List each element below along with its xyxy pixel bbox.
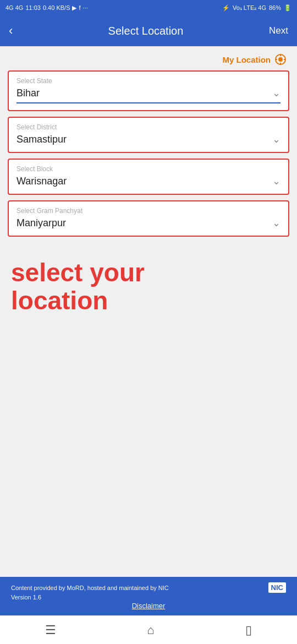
toolbar: ‹ Select Location Next xyxy=(0,15,297,46)
block-dropdown[interactable]: Select Block Warisnagar ⌄ xyxy=(8,159,289,195)
state-value: Bihar xyxy=(16,88,40,99)
disclaimer-link[interactable]: Disclaimer xyxy=(8,602,289,613)
gram-label: Select Gram Panchyat xyxy=(16,207,280,215)
speed: 0.40 KB/S xyxy=(43,4,70,11)
back-button[interactable]: ‹ xyxy=(9,24,31,38)
block-value-row: Warisnagar ⌄ xyxy=(16,175,280,187)
next-button[interactable]: Next xyxy=(261,25,288,36)
bottom-nav: ☰ ⌂ ▯ xyxy=(0,615,297,644)
gram-value: Maniyarpur xyxy=(16,217,66,229)
network-indicator: 4G 4G xyxy=(6,4,23,11)
footer-row: Content provided by MoRD, hosted and mai… xyxy=(8,582,289,593)
district-value: Samastipur xyxy=(16,134,67,145)
footer-info: Content provided by MoRD, hosted and mai… xyxy=(0,577,297,615)
instruction-line2: location xyxy=(11,287,286,315)
footer-version-row: Version 1.6 xyxy=(8,593,289,601)
carrier: Vo₁ LTE₂ 4G xyxy=(233,4,266,12)
district-value-row: Samastipur ⌄ xyxy=(16,133,280,145)
footer-content: Content provided by MoRD, hosted and mai… xyxy=(11,585,169,591)
page-title: Select Location xyxy=(31,25,261,37)
district-dropdown[interactable]: Select District Samastipur ⌄ xyxy=(8,117,289,153)
svg-point-1 xyxy=(278,57,283,62)
main-content: My Location Select State Bihar ⌄ Select … xyxy=(0,46,297,577)
location-icon xyxy=(274,53,287,66)
state-label: Select State xyxy=(16,77,280,85)
my-location-row: My Location xyxy=(0,46,297,70)
block-value: Warisnagar xyxy=(16,176,67,187)
district-chevron-icon: ⌄ xyxy=(272,133,280,145)
status-left: 4G 4G 11:03 0.40 KB/S ▶ f ··· xyxy=(6,4,88,12)
gram-value-row: Maniyarpur ⌄ xyxy=(16,217,280,229)
footer-info-text: Content provided by MoRD, hosted and mai… xyxy=(11,585,169,591)
gram-chevron-icon: ⌄ xyxy=(272,217,280,229)
media-icon: ▶ xyxy=(72,4,76,12)
district-label: Select District xyxy=(16,123,280,131)
block-label: Select Block xyxy=(16,165,280,173)
state-value-row: Bihar ⌄ xyxy=(16,87,280,99)
home-icon[interactable]: ⌂ xyxy=(136,619,165,642)
block-chevron-icon: ⌄ xyxy=(272,175,280,187)
more-icon: ··· xyxy=(83,4,88,11)
battery-icon: 🔋 xyxy=(284,4,292,12)
instruction-text: select your location xyxy=(0,242,297,320)
state-underline xyxy=(16,102,280,103)
my-location-button[interactable]: My Location xyxy=(222,53,287,66)
instruction-line1: select your xyxy=(11,259,286,287)
dropdowns-container: Select State Bihar ⌄ Select District Sam… xyxy=(0,70,297,242)
battery-level: 86% xyxy=(269,4,281,11)
state-dropdown[interactable]: Select State Bihar ⌄ xyxy=(8,70,289,111)
my-location-label: My Location xyxy=(222,55,271,64)
version-text: Version 1.6 xyxy=(11,594,41,601)
status-bar: 4G 4G 11:03 0.40 KB/S ▶ f ··· ⚡ Vo₁ LTE₂… xyxy=(0,0,297,15)
state-chevron-icon: ⌄ xyxy=(272,87,280,99)
menu-icon[interactable]: ☰ xyxy=(34,619,67,642)
status-right: ⚡ Vo₁ LTE₂ 4G 86% 🔋 xyxy=(222,4,292,12)
fb-icon: f xyxy=(79,4,80,11)
nic-logo: NIC xyxy=(268,582,286,593)
back-nav-icon[interactable]: ▯ xyxy=(234,619,263,642)
time: 11:03 xyxy=(25,4,41,11)
bluetooth-icon: ⚡ xyxy=(222,4,230,12)
gram-dropdown[interactable]: Select Gram Panchyat Maniyarpur ⌄ xyxy=(8,200,289,237)
